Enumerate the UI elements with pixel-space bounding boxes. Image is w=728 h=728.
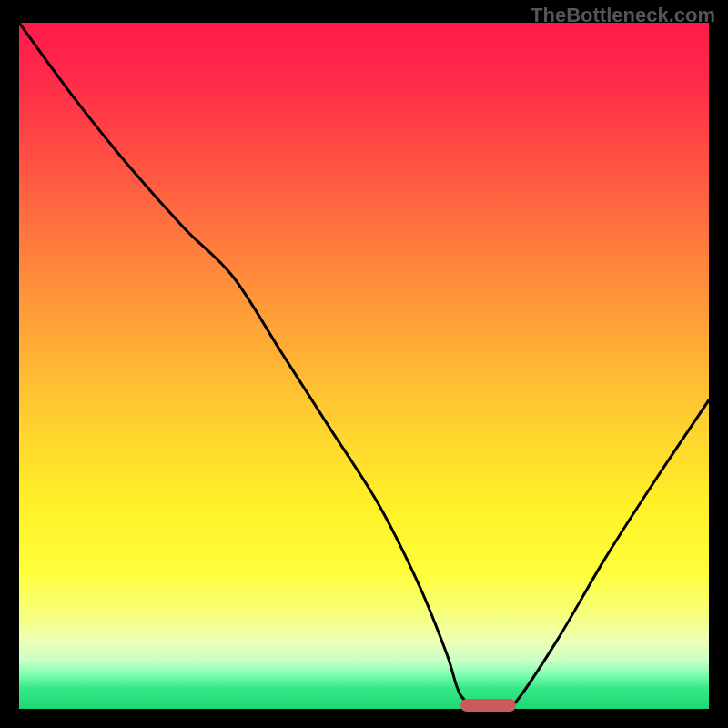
watermark-text: TheBottleneck.com — [531, 4, 715, 27]
bottleneck-curve — [19, 23, 709, 709]
optimal-range-marker — [460, 699, 516, 712]
plot-area — [19, 23, 709, 709]
curve-layer — [19, 23, 709, 709]
chart-frame: TheBottleneck.com — [0, 0, 728, 728]
